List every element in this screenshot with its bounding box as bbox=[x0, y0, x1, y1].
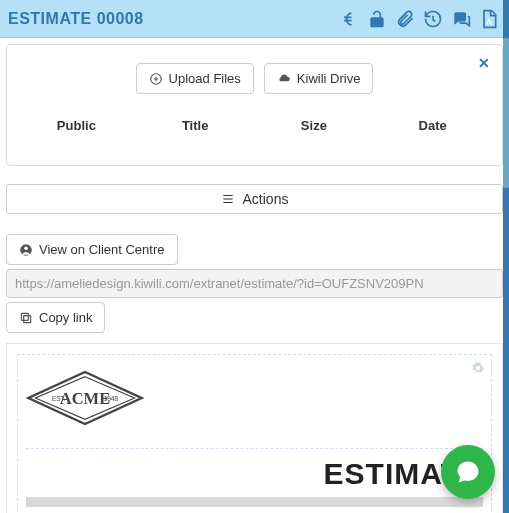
attachments-panel: ✕ Upload Files Kiwili Drive Public Title… bbox=[6, 44, 503, 166]
header-icon-group bbox=[337, 7, 501, 31]
cloud-icon bbox=[277, 72, 291, 86]
chat-icon bbox=[454, 458, 482, 486]
svg-text:1948: 1948 bbox=[104, 395, 119, 402]
plus-circle-icon bbox=[149, 72, 163, 86]
copy-link-label: Copy link bbox=[39, 310, 92, 325]
upload-files-label: Upload Files bbox=[169, 71, 241, 86]
menu-icon bbox=[221, 192, 235, 206]
kiwili-drive-label: Kiwili Drive bbox=[297, 71, 361, 86]
svg-point-2 bbox=[24, 246, 28, 250]
header-bar: ESTIMATE 00008 bbox=[0, 0, 509, 38]
history-icon[interactable] bbox=[421, 7, 445, 31]
svg-text:ACME: ACME bbox=[60, 389, 110, 408]
kiwili-drive-button[interactable]: Kiwili Drive bbox=[264, 63, 374, 94]
view-client-centre-label: View on Client Centre bbox=[39, 242, 165, 257]
pdf-icon[interactable] bbox=[477, 7, 501, 31]
upload-button-row: Upload Files Kiwili Drive bbox=[13, 63, 496, 94]
upload-files-button[interactable]: Upload Files bbox=[136, 63, 254, 94]
user-circle-icon bbox=[19, 243, 33, 257]
copy-link-button[interactable]: Copy link bbox=[6, 302, 105, 333]
close-icon[interactable]: ✕ bbox=[478, 55, 490, 71]
actions-dropdown[interactable]: Actions bbox=[6, 184, 503, 214]
chat-fab[interactable] bbox=[441, 445, 495, 499]
company-logo: EST. ACME 1948 bbox=[26, 363, 483, 444]
client-centre-url-input[interactable] bbox=[6, 269, 503, 298]
currency-icon[interactable] bbox=[337, 7, 361, 31]
actions-label: Actions bbox=[243, 191, 289, 207]
unlock-icon[interactable] bbox=[365, 7, 389, 31]
col-size: Size bbox=[255, 118, 374, 133]
view-client-centre-button[interactable]: View on Client Centre bbox=[6, 234, 178, 265]
comments-icon[interactable] bbox=[449, 7, 473, 31]
preview-inner: EST. ACME 1948 ESTIMATE bbox=[17, 354, 492, 513]
col-title: Title bbox=[136, 118, 255, 133]
document-title: ESTIMATE bbox=[26, 457, 483, 491]
page-title: ESTIMATE 00008 bbox=[8, 10, 144, 28]
col-date: Date bbox=[373, 118, 492, 133]
paperclip-icon[interactable] bbox=[393, 7, 417, 31]
content-area: ✕ Upload Files Kiwili Drive Public Title… bbox=[0, 38, 509, 513]
svg-rect-4 bbox=[21, 313, 28, 320]
copy-icon bbox=[19, 311, 33, 325]
preview-header-bar bbox=[26, 497, 483, 507]
separator bbox=[26, 448, 483, 449]
gear-icon[interactable] bbox=[471, 361, 485, 375]
document-preview: EST. ACME 1948 ESTIMATE bbox=[6, 343, 503, 513]
scrollbar-thumb[interactable] bbox=[503, 38, 509, 188]
attachments-columns: Public Title Size Date bbox=[13, 112, 496, 159]
col-public: Public bbox=[17, 118, 136, 133]
svg-rect-3 bbox=[24, 315, 31, 322]
